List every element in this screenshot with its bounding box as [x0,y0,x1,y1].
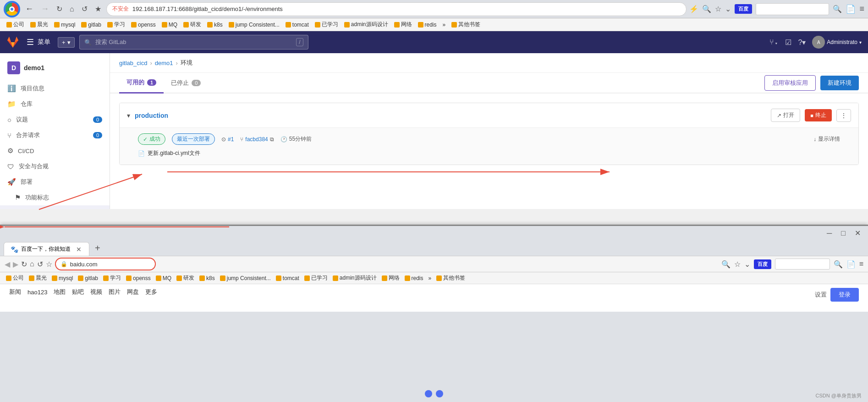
lower-bk-jump[interactable]: jump Consistent... [218,274,273,282]
show-details-btn[interactable]: ↓ 显示详情 [813,135,840,143]
code-review-btn[interactable]: ⑂▾ [769,38,779,46]
maximize-btn[interactable]: □ [838,228,848,238]
bookmark-k8s[interactable]: k8s [204,21,225,29]
lower-bk-tomcat[interactable]: tomcat [274,274,302,282]
lower-bk-mq[interactable]: MQ [154,274,174,282]
lower-home-btn[interactable]: ⌂ [30,260,34,268]
bookmark-gongsi[interactable]: 公司 [4,20,27,29]
lower-star-btn[interactable]: ☆ [46,260,52,269]
lower-forward-btn[interactable]: ▶ [13,260,18,269]
new-tab-btn[interactable]: + [91,242,104,254]
nav-map[interactable]: 地图 [54,288,66,296]
lightning-btn[interactable]: ⚡ [689,5,698,13]
bookmark-mysql[interactable]: mysql [51,21,78,29]
lower-bk-gitlab[interactable]: gitlab [76,274,100,282]
deploy-badge[interactable]: 最近一次部署 [172,133,215,145]
lower-menu-btn[interactable]: ≡ [859,260,863,268]
nav-news[interactable]: 新闻 [9,288,21,296]
gitlab-search[interactable]: 🔍 搜索 GitLab / [79,35,308,50]
hamburger-menu-btn[interactable]: ☰ 菜单 [24,35,53,49]
sidebar-item-repository[interactable]: 📁 仓库 [0,96,110,112]
sidebar-item-merge-requests[interactable]: ⑂ 合并请求 0 [0,127,110,143]
lower-undo-btn[interactable]: ↺ [37,260,43,269]
login-btn[interactable]: 登录 [830,288,859,302]
bookmark-xuexi[interactable]: 学习 [104,20,128,29]
back-btn[interactable]: ← [23,3,36,15]
bookmark-jump[interactable]: jump Consistent... [226,21,282,29]
settings-btn[interactable]: 设置 [815,291,827,299]
sidebar-item-deploy[interactable]: 🚀 部署 [0,174,110,190]
gitlab-logo[interactable] [6,36,19,49]
minimize-btn[interactable]: ─ [824,228,835,238]
nav-more[interactable]: 更多 [145,288,157,296]
sidebar-item-issues[interactable]: ○ 议题 0 [0,112,110,127]
tab-stopped[interactable]: 已停止 0 [164,73,208,93]
dropdown-btn[interactable]: ⌄ [725,5,731,13]
bookmark-openss[interactable]: openss [128,21,159,29]
search-btn-top[interactable]: 🔍 [702,5,711,13]
nav-video[interactable]: 视频 [90,288,102,296]
lower-star2-btn[interactable]: ☆ [734,260,741,269]
stop-env-btn[interactable]: ■ 终止 [805,109,832,121]
bookmark-yixuexi[interactable]: 已学习 [312,20,341,29]
breadcrumb-demo1[interactable]: demo1 [155,60,173,66]
copy-icon[interactable]: ⧉ [270,136,274,143]
breadcrumb-gitlab-cicd[interactable]: gitlab_cicd [119,60,147,66]
home-btn[interactable]: ⌂ [67,4,77,14]
bookmark-more[interactable]: » [440,21,449,29]
enable-review-btn[interactable]: 启用审核应用 [764,75,816,91]
lower-bk-yixuexi[interactable]: 已学习 [302,273,330,283]
top-search-field[interactable] [756,3,829,15]
lower-bk-chenguang[interactable]: 晨光 [27,273,49,283]
lower-bk-redis[interactable]: redis [402,274,426,282]
lower-bk-k8s[interactable]: k8s [197,274,217,282]
lower-reload-btn[interactable]: ↻ [21,260,27,269]
sidebar-item-cicd[interactable]: ⚙ CI/CD [0,143,110,159]
lower-address-bar[interactable]: 🔒 baidu.com [55,258,156,270]
lower-bk-openss[interactable]: openss [124,274,153,282]
bookmark-redis[interactable]: redis [415,21,439,29]
lower-bk-other[interactable]: 其他书签 [434,273,467,283]
bookmark-admin[interactable]: admin源码设计 [341,20,391,29]
close-tab-btn[interactable]: ✕ [75,246,82,253]
env-name-link[interactable]: production [135,112,168,119]
top-search-icon-btn[interactable]: 🔍 [833,5,842,13]
new-env-btn[interactable]: 新建环境 [820,76,859,90]
lower-dropdown-btn[interactable]: ⌄ [744,260,750,269]
lower-bk-admin[interactable]: admin源码设计 [330,273,379,283]
undo-btn[interactable]: ↺ [79,4,90,14]
nav-netdisk[interactable]: 网盘 [127,288,139,296]
lower-zoom-btn[interactable]: 🔍 [721,260,731,269]
menu-dots-btn[interactable]: ≡ [859,4,864,14]
sidebar-item-feature-flags[interactable]: ⚑ 功能标志 [0,190,110,205]
sidebar-item-environments[interactable]: ◉ 环境 [0,205,110,209]
lower-back-btn[interactable]: ◀ [5,260,10,269]
sidebar-item-security[interactable]: 🛡 安全与合规 [0,159,110,174]
bookmark-star-btn[interactable]: ★ [93,4,104,14]
gitlab-plus-btn[interactable]: +▾ [58,37,75,48]
bookmark-chenguang[interactable]: 晨光 [27,20,51,29]
lower-bk-xuexi[interactable]: 学习 [101,273,123,283]
nav-hao123[interactable]: hao123 [27,289,47,296]
sidebar-item-project-info[interactable]: ℹ️ 项目信息 [0,81,110,96]
commit-link[interactable]: facbd384 [245,136,268,143]
pipeline-link[interactable]: #1 [228,136,234,143]
lower-bk-gongsi[interactable]: 公司 [4,273,26,283]
bookmark-mq[interactable]: MQ [159,21,180,29]
nav-tieba[interactable]: 贴吧 [72,288,84,296]
lower-search-field[interactable] [775,259,830,270]
help-btn[interactable]: ?▾ [798,38,806,47]
lower-tab-baidu[interactable]: 🐾 百度一下，你就知道 ✕ [4,242,89,256]
lower-bk-yanfa[interactable]: 研发 [174,273,197,283]
lower-search-btn[interactable]: 🔍 [834,260,843,269]
nav-image[interactable]: 图片 [109,288,121,296]
env-more-btn[interactable]: ⋮ [836,109,851,122]
lower-bk-more[interactable]: » [426,274,434,282]
forward-btn[interactable]: → [38,3,51,15]
lower-bk-mysql[interactable]: mysql [49,274,75,282]
reload-btn[interactable]: ↻ [54,4,65,14]
bookmark-tomcat-top[interactable]: tomcat [283,21,312,29]
todo-btn[interactable]: ☑ [785,38,791,47]
bookmark-yanfa[interactable]: 研发 [181,20,204,29]
user-avatar-area[interactable]: A Administrato ▾ [812,36,862,49]
